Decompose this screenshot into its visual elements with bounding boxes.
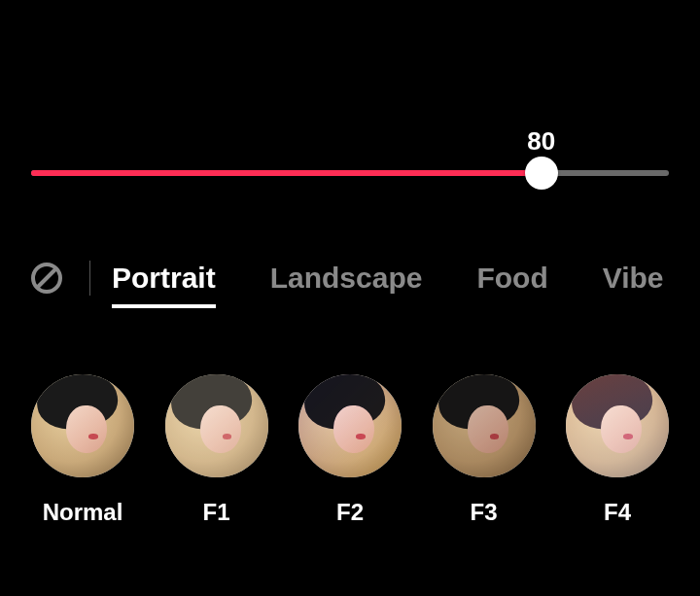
filter-option-f3[interactable]: F3 [433,374,536,526]
vertical-separator [89,261,90,296]
filter-option-f2[interactable]: F2 [298,374,402,526]
filter-option-normal[interactable]: Normal [31,374,134,526]
filter-thumbnail [31,374,134,477]
ban-icon [29,261,64,296]
filter-label: Normal [43,499,123,526]
filter-label: F3 [470,499,497,526]
filter-thumbnail [433,374,536,477]
category-tab-food[interactable]: Food [476,262,547,295]
filter-category-row: PortraitLandscapeFoodVibe [0,255,700,301]
filter-thumbnail-row: NormalF1F2F3F4 [0,374,700,526]
filter-label: F2 [336,499,364,526]
no-filter-button[interactable] [29,261,64,296]
svg-line-1 [37,268,56,288]
filter-label: F4 [604,499,631,526]
filter-option-f1[interactable]: F1 [165,374,268,526]
filter-intensity-slider[interactable]: 80 [31,167,669,179]
filter-thumbnail [566,374,669,477]
filter-thumbnail [165,374,268,477]
filter-thumbnail [298,374,402,477]
category-tab-portrait[interactable]: Portrait [112,262,216,295]
category-tab-landscape[interactable]: Landscape [270,262,423,295]
slider-value-label: 80 [527,126,555,157]
filter-label: F1 [202,499,229,526]
filter-option-f4[interactable]: F4 [566,374,669,526]
slider-track-fill [31,170,542,176]
category-tab-vibe[interactable]: Vibe [603,262,664,295]
slider-thumb[interactable] [525,157,558,190]
